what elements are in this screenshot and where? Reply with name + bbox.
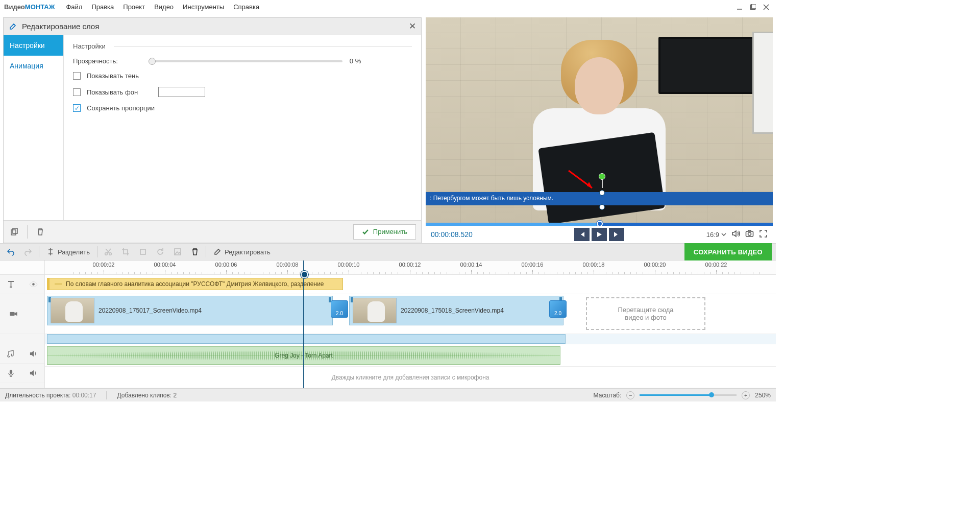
trash-icon[interactable]: [35, 226, 46, 238]
video-track[interactable]: 20220908_175017_ScreenVideo.mp4 2.0 2022…: [45, 294, 776, 334]
edit-button[interactable]: Редактировать: [210, 248, 274, 256]
menu-project[interactable]: Проект: [123, 3, 145, 11]
stop-button[interactable]: [136, 246, 150, 258]
svg-marker-5: [587, 182, 592, 188]
playhead[interactable]: [303, 260, 304, 388]
redo-button[interactable]: [21, 246, 35, 258]
minimize-button[interactable]: [734, 3, 745, 12]
rotate-pin-icon[interactable]: [599, 173, 605, 180]
next-frame-button[interactable]: [609, 228, 624, 241]
audio-track[interactable]: Greg Joy - Torn Apart: [45, 344, 776, 367]
video-track-head[interactable]: [0, 294, 44, 334]
volume-icon[interactable]: [731, 229, 740, 240]
transition-chip[interactable]: 2.0: [331, 300, 348, 318]
zoom-value: 250%: [755, 392, 771, 399]
snapshot-icon[interactable]: [745, 229, 754, 240]
camera-icon: [9, 310, 18, 318]
selection-handle[interactable]: [599, 204, 605, 210]
tab-animation[interactable]: Анимация: [4, 56, 63, 76]
split-label: Разделить: [58, 248, 90, 256]
zoom-label: Масштаб:: [594, 392, 622, 399]
mic-track[interactable]: Дважды кликните для добавления записи с …: [45, 367, 776, 388]
tv-prop: [658, 37, 755, 94]
zoom-slider[interactable]: [640, 394, 737, 396]
drop-line1: Перетащите сюда: [618, 306, 673, 314]
maximize-button[interactable]: [747, 3, 758, 12]
close-button[interactable]: [761, 3, 772, 12]
svg-rect-1: [752, 4, 756, 9]
timeline: 00:00:02 00:00:04 00:00:06 00:00:08 00:0…: [0, 260, 776, 388]
panel-header: Редактирование слоя ✕: [4, 18, 421, 35]
panel-close-icon[interactable]: ✕: [409, 21, 416, 32]
menu-help[interactable]: Справка: [233, 3, 259, 11]
time-ruler[interactable]: 00:00:02 00:00:04 00:00:06 00:00:08 00:0…: [45, 260, 776, 275]
tracks-area[interactable]: 00:00:02 00:00:04 00:00:06 00:00:08 00:0…: [45, 260, 776, 388]
music-icon: [7, 349, 15, 358]
show-bg-label: Показывать фон: [87, 88, 138, 96]
panel-footer: Применить: [4, 220, 421, 243]
chroma-button[interactable]: [171, 246, 184, 258]
menu-tools[interactable]: Инструменты: [183, 3, 224, 11]
mic-track-head[interactable]: [0, 364, 44, 383]
opacity-slider[interactable]: [149, 60, 342, 62]
panel-title: Редактирование слоя: [22, 22, 99, 31]
settings-area: Настройки Прозрачность: 0 % Показывать т…: [64, 35, 421, 220]
drop-zone[interactable]: Перетащите сюда видео и фото: [586, 297, 705, 330]
selection-handle[interactable]: [599, 190, 605, 196]
audio-label: Greg Joy - Torn Apart: [275, 352, 333, 359]
zoom-handle[interactable]: [709, 392, 714, 397]
show-bg-checkbox[interactable]: [73, 88, 81, 96]
slider-handle[interactable]: [149, 58, 156, 65]
fx-track[interactable]: [45, 334, 776, 344]
tick-label: 00:00:14: [460, 262, 482, 268]
text-track[interactable]: По словам главного аналитика ассоциации …: [45, 275, 776, 294]
zoom-in-button[interactable]: +: [742, 391, 750, 399]
tick-label: 00:00:08: [277, 262, 299, 268]
timeline-toolbar: Разделить Редактировать СОХРАНИТЬ ВИДЕО: [0, 243, 776, 260]
cut-button[interactable]: [102, 246, 115, 258]
save-video-button[interactable]: СОХРАНИТЬ ВИДЕО: [684, 243, 772, 260]
person: [528, 40, 671, 214]
fullscreen-icon[interactable]: [759, 229, 768, 240]
video-clip-2[interactable]: 20220908_175018_ScreenVideo.mp4: [349, 296, 564, 325]
subtitle-text: : Петербургом может быть лишь условным.: [430, 195, 553, 202]
svg-rect-14: [10, 370, 12, 374]
mic-hint: Дважды кликните для добавления записи с …: [332, 374, 489, 381]
check-icon: [362, 228, 369, 235]
apply-button[interactable]: Применить: [353, 224, 416, 240]
menu-edit[interactable]: Правка: [91, 3, 114, 11]
menu-video[interactable]: Видео: [154, 3, 174, 11]
logo-part-a: Видео: [4, 3, 25, 11]
text-clip[interactable]: По словам главного аналитика ассоциации …: [47, 278, 343, 290]
transition-chip[interactable]: 2.0: [549, 300, 567, 318]
text-track-head[interactable]: [0, 275, 44, 294]
tick-label: 00:00:10: [338, 262, 360, 268]
video-clip-1[interactable]: 20220908_175017_ScreenVideo.mp4: [47, 296, 333, 325]
preview-controls: 00:00:08.520 16:9: [426, 226, 773, 243]
tab-settings[interactable]: Настройки: [4, 35, 63, 56]
duplicate-icon[interactable]: [9, 226, 20, 238]
zoom-out-button[interactable]: −: [626, 391, 634, 399]
audio-clip[interactable]: Greg Joy - Torn Apart: [47, 346, 560, 365]
crop-button[interactable]: [119, 246, 132, 258]
undo-button[interactable]: [4, 246, 17, 258]
video-preview[interactable]: : Петербургом может быть лишь условным.: [426, 17, 773, 223]
split-button[interactable]: Разделить: [43, 248, 93, 256]
delete-button[interactable]: [188, 246, 202, 258]
bg-color-field[interactable]: [158, 87, 205, 97]
play-button[interactable]: [592, 228, 607, 241]
prev-frame-button[interactable]: [574, 228, 590, 241]
menu-file[interactable]: Файл: [66, 3, 82, 11]
keep-aspect-checkbox[interactable]: [73, 104, 81, 112]
aspect-ratio-dropdown[interactable]: 16:9: [706, 231, 726, 239]
fx-strip[interactable]: [47, 334, 566, 344]
whiteboard-prop: [752, 32, 773, 134]
show-shadow-checkbox[interactable]: [73, 72, 81, 80]
tick-label: 00:00:18: [583, 262, 605, 268]
rotate-button[interactable]: [154, 246, 167, 258]
eye-icon: [29, 280, 38, 289]
opacity-value: 0 %: [350, 57, 361, 65]
clips-cell: Добавлено клипов: 2: [117, 392, 177, 399]
logo-part-b: МОНТАЖ: [25, 3, 55, 11]
audio-track-head[interactable]: [0, 344, 44, 364]
